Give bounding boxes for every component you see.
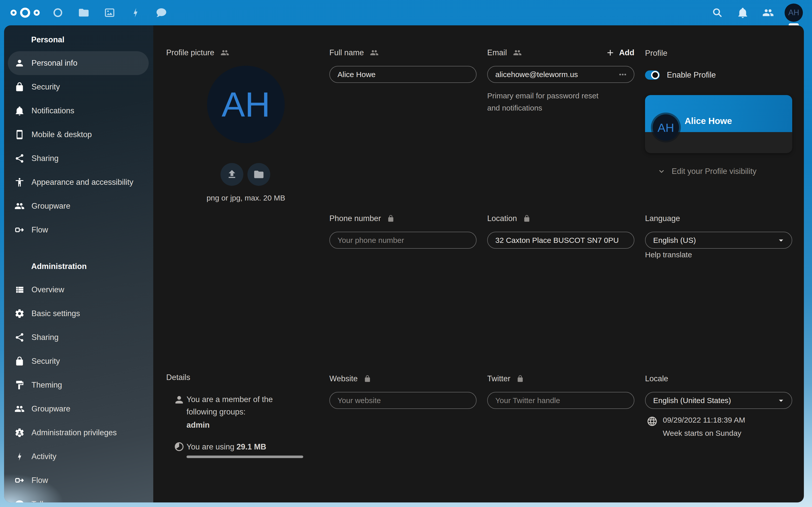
profile-card-name: Alice Howe (684, 116, 732, 126)
sidebar-item-security[interactable]: Security (8, 75, 149, 99)
add-email-label: Add (619, 48, 635, 57)
language-label-row: Language (645, 213, 680, 224)
twitter-input[interactable] (487, 392, 635, 409)
scope-lock-icon[interactable] (516, 375, 524, 383)
edit-profile-visibility-link[interactable]: Edit your Profile visibility (657, 167, 756, 176)
phone-label: Phone number (329, 214, 381, 223)
app-talk-icon[interactable] (155, 7, 167, 19)
sidebar-item-activity[interactable]: Activity (8, 445, 149, 468)
scope-lock-icon[interactable] (387, 215, 395, 222)
sidebar-item-flow[interactable]: Flow (8, 218, 149, 242)
sidebar-item-theming[interactable]: Theming (8, 373, 149, 397)
sidebar-item-sharing[interactable]: Sharing (8, 326, 149, 349)
sidebar-item-label: Security (32, 82, 60, 92)
scope-contacts-icon[interactable] (370, 48, 378, 57)
sidebar-item-basic-settings[interactable]: Basic settings (8, 302, 149, 326)
user-avatar-menu[interactable]: AH (784, 4, 803, 22)
twitter-label: Twitter (487, 374, 510, 383)
sidebar-item-label: Overview (32, 285, 64, 294)
sidebar-item-administration-privileges[interactable]: Administration privileges (8, 421, 149, 445)
sidebar-item-flow[interactable]: Flow (8, 468, 149, 492)
twitter-label-row: Twitter (487, 373, 524, 385)
sidebar-item-label: Flow (32, 476, 48, 485)
sidebar-item-label: Groupware (32, 202, 70, 211)
profile-heading: Profile (645, 49, 667, 58)
plus-icon (605, 48, 615, 58)
sidebar-item-notifications[interactable]: Notifications (8, 99, 149, 123)
language-label: Language (645, 214, 680, 223)
enable-profile-toggle[interactable] (645, 70, 660, 79)
phone-input[interactable] (329, 232, 476, 249)
full-name-label: Full name (329, 48, 364, 57)
email-input-wrap (487, 66, 635, 83)
website-label: Website (329, 374, 358, 383)
add-email-button[interactable]: Add (605, 48, 635, 58)
locale-label: Locale (645, 374, 668, 383)
locale-select[interactable]: English (United States) (645, 392, 792, 409)
sidebar-item-label: Administration privileges (32, 428, 117, 437)
quota-text: You are using 29.1 MB (187, 441, 266, 453)
location-input[interactable] (487, 232, 635, 249)
sidebar-item-overview[interactable]: Overview (8, 278, 149, 302)
phone-label-row: Phone number (329, 213, 395, 224)
email-helper-text: Primary email for password reset and not… (487, 90, 609, 114)
scope-lock-icon[interactable] (523, 215, 530, 222)
email-input[interactable] (487, 66, 635, 83)
caret-down-icon (776, 235, 786, 245)
sidebar-item-label: Basic settings (32, 309, 80, 318)
app-activity-icon[interactable] (130, 7, 142, 19)
sidebar-item-personal-info[interactable]: Personal info (8, 51, 149, 75)
sidebar-section-administration: Administration (4, 255, 153, 278)
profile-preview-card[interactable]: AH Alice Howe (645, 95, 792, 153)
sidebar-item-mobile-desktop[interactable]: Mobile & desktop (8, 123, 149, 147)
quota-progress-bar (187, 456, 303, 458)
folder-icon (253, 169, 264, 180)
sidebar-item-appearance-and-accessibility[interactable]: Appearance and accessibility (8, 170, 149, 194)
nextcloud-logo-icon[interactable] (10, 6, 40, 20)
sidebar-item-groupware[interactable]: Groupware (8, 397, 149, 421)
app-content-card: PersonalPersonal infoSecurityNotificatio… (4, 25, 804, 502)
locale-datetime: 09/29/2022 11:18:39 AM (663, 416, 745, 425)
scope-lock-icon[interactable] (364, 375, 371, 383)
settings-sidebar: PersonalPersonal infoSecurityNotificatio… (4, 25, 153, 502)
app-photos-icon[interactable] (104, 7, 116, 19)
enable-profile-label: Enable Profile (667, 70, 716, 79)
sidebar-item-talk[interactable]: Talk (8, 492, 149, 502)
quota-value: 29.1 MB (237, 442, 266, 451)
sidebar-section-personal: Personal (4, 29, 153, 51)
sidebar-item-sharing[interactable]: Sharing (8, 147, 149, 170)
upload-avatar-button[interactable] (220, 163, 243, 186)
location-label: Location (487, 214, 517, 223)
pick-avatar-from-files-button[interactable] (247, 163, 270, 186)
scope-contacts-icon[interactable] (220, 48, 229, 57)
locale-select-value: English (United States) (653, 396, 731, 405)
language-select[interactable]: English (US) (645, 232, 792, 249)
enable-profile-row: Enable Profile (645, 70, 716, 79)
email-actions-icon[interactable] (617, 69, 628, 80)
sidebar-item-groupware[interactable]: Groupware (8, 194, 149, 218)
website-input[interactable] (329, 392, 476, 409)
app-navigation (52, 7, 167, 19)
notifications-bell-icon[interactable] (734, 4, 752, 21)
scope-contacts-icon[interactable] (513, 48, 522, 57)
app-dashboard-icon[interactable] (52, 7, 64, 19)
sidebar-item-label: Flow (32, 225, 48, 234)
profile-picture-avatar[interactable]: AH (207, 66, 285, 143)
sidebar-item-security[interactable]: Security (8, 349, 149, 373)
personal-info-main: Profile picture AH png or jpg, max. 20 M… (153, 25, 804, 502)
email-label-row: Email Add (487, 47, 635, 59)
help-translate-link[interactable]: Help translate (645, 250, 692, 259)
groups-member-text: You are a member of the following groups… (187, 393, 301, 418)
full-name-input[interactable] (329, 66, 476, 83)
app-files-icon[interactable] (78, 7, 90, 19)
top-header: AH (0, 0, 812, 25)
header-right: AH (708, 4, 803, 22)
week-start-text: Week starts on Sunday (663, 429, 742, 438)
sidebar-item-label: Appearance and accessibility (32, 178, 134, 187)
contacts-menu-icon[interactable] (759, 4, 777, 21)
chevron-down-icon (657, 167, 666, 176)
website-label-row: Website (329, 373, 371, 385)
person-icon (173, 394, 185, 405)
sidebar-item-label: Groupware (32, 404, 70, 413)
search-icon[interactable] (708, 4, 726, 21)
